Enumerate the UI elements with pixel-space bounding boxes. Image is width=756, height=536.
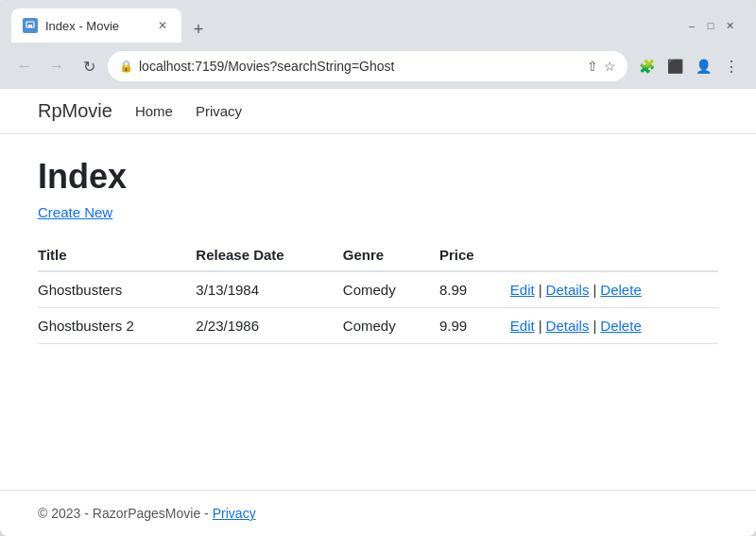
new-tab-button[interactable]: + — [185, 16, 212, 43]
nav-link-home[interactable]: Home — [135, 103, 173, 119]
cell-title: Ghostbusters 2 — [38, 308, 196, 344]
table-header-row: Title Release Date Genre Price — [38, 239, 718, 271]
cell-title: Ghostbusters — [38, 271, 196, 308]
cell-release-date: 2/23/1986 — [196, 308, 342, 344]
svg-rect-1 — [28, 25, 32, 27]
action-separator: | — [593, 282, 596, 298]
cell-actions: Edit | Details | Delete — [510, 271, 718, 308]
col-release-date: Release Date — [196, 239, 342, 271]
window-controls: – □ ✕ — [684, 18, 737, 33]
details-link[interactable]: Details — [546, 282, 590, 298]
app-nav: RpMovie Home Privacy — [0, 89, 756, 134]
maximize-button[interactable]: □ — [703, 18, 718, 33]
browser-window: Index - Movie ✕ + – □ ✕ ← → ↻ 🔒 localhos… — [0, 0, 756, 536]
tabs-area: Index - Movie ✕ + — [11, 9, 684, 43]
table-row: Ghostbusters3/13/1984Comedy8.99Edit | De… — [38, 271, 718, 308]
forward-button[interactable]: → — [43, 53, 70, 79]
title-bar: Index - Movie ✕ + – □ ✕ — [0, 0, 756, 43]
extensions-icon[interactable]: 🧩 — [633, 53, 660, 79]
footer-privacy-link[interactable]: Privacy — [213, 506, 256, 521]
edit-link[interactable]: Edit — [510, 282, 535, 298]
col-actions — [510, 239, 718, 271]
cell-genre: Comedy — [343, 271, 439, 308]
col-title: Title — [38, 239, 196, 271]
col-genre: Genre — [343, 239, 439, 271]
app-brand[interactable]: RpMovie — [38, 100, 112, 122]
footer-copyright: © 2023 - RazorPagesMovie - — [38, 506, 209, 521]
delete-link[interactable]: Delete — [600, 282, 641, 298]
profile-icon[interactable]: 👤 — [690, 53, 716, 79]
edit-link[interactable]: Edit — [510, 318, 535, 334]
table-row: Ghostbusters 22/23/1986Comedy9.99Edit | … — [38, 308, 718, 344]
address-text: localhost:7159/Movies?searchString=Ghost — [139, 59, 581, 74]
nav-right-actions: 🧩 ⬛ 👤 ⋮ — [633, 53, 745, 79]
action-separator: | — [539, 282, 542, 298]
cell-genre: Comedy — [343, 308, 439, 344]
minimize-button[interactable]: – — [684, 18, 699, 33]
delete-link[interactable]: Delete — [600, 318, 641, 334]
active-tab[interactable]: Index - Movie ✕ — [11, 9, 181, 43]
tab-title: Index - Movie — [45, 19, 147, 33]
app-footer: © 2023 - RazorPagesMovie - Privacy — [0, 490, 756, 536]
address-bar[interactable]: 🔒 localhost:7159/Movies?searchString=Gho… — [108, 51, 627, 81]
lock-icon: 🔒 — [119, 60, 133, 73]
tab-favicon — [23, 18, 38, 33]
action-links: Edit | Details | Delete — [510, 318, 703, 334]
close-button[interactable]: ✕ — [722, 18, 737, 33]
details-link[interactable]: Details — [546, 318, 590, 334]
share-icon[interactable]: ⇧ — [587, 59, 598, 74]
create-new-link[interactable]: Create New — [38, 204, 112, 220]
movies-table: Title Release Date Genre Price Ghostbust… — [38, 239, 718, 344]
address-actions: ⇧ ☆ — [587, 59, 616, 74]
refresh-button[interactable]: ↻ — [76, 53, 102, 79]
col-price: Price — [439, 239, 510, 271]
action-separator: | — [539, 318, 542, 334]
cell-price: 8.99 — [439, 271, 510, 308]
action-separator: | — [593, 318, 596, 334]
main-content: Index Create New Title Release Date Genr… — [0, 134, 756, 490]
tab-close-button[interactable]: ✕ — [155, 18, 170, 33]
cell-price: 9.99 — [439, 308, 510, 344]
cell-release-date: 3/13/1984 — [196, 271, 342, 308]
bookmark-icon[interactable]: ☆ — [604, 59, 616, 74]
back-button[interactable]: ← — [11, 53, 38, 79]
sidebar-icon[interactable]: ⬛ — [662, 53, 688, 79]
nav-bar: ← → ↻ 🔒 localhost:7159/Movies?searchStri… — [0, 43, 756, 89]
action-links: Edit | Details | Delete — [510, 282, 703, 298]
cell-actions: Edit | Details | Delete — [510, 308, 718, 344]
page-heading: Index — [38, 157, 718, 197]
page-content: RpMovie Home Privacy Index Create New Ti… — [0, 89, 756, 536]
menu-icon[interactable]: ⋮ — [718, 53, 745, 79]
nav-link-privacy[interactable]: Privacy — [196, 103, 242, 119]
